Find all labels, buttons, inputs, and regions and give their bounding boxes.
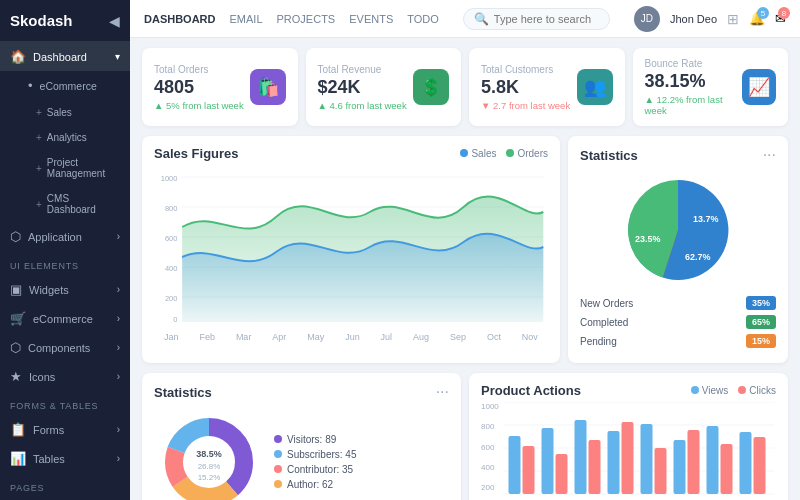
views-legend: Views [691,385,729,396]
completed-label: Completed [580,317,628,328]
sidebar-components-label: Components [28,342,90,354]
sales-chart-panel: Sales Figures Sales Orders [142,136,560,363]
svg-rect-38 [688,430,700,494]
tables-icon: 📊 [10,451,26,466]
forms-icon: 📋 [10,422,26,437]
sales-chart-title: Sales Figures [154,146,239,161]
new-orders-item: New Orders 35% [580,296,776,310]
sidebar-item-ecommerce2[interactable]: 🛒 eCommerce › [0,304,130,333]
subscribers-label: Subscribers: 45 [287,449,356,460]
topnav-right: JD Jhon Deo ⊞ 🔔 5 ✉ 8 [634,6,786,32]
svg-text:13.7%: 13.7% [693,214,719,224]
new-orders-label: New Orders [580,298,633,309]
nav-todo[interactable]: TODO [407,13,439,25]
avatar: JD [634,6,660,32]
revenue-label: Total Revenue [318,64,407,75]
statistics-items: New Orders 35% Completed 65% Pending 15% [580,296,776,348]
stats-bottom-header: Statistics ··· [154,383,449,401]
search-box[interactable]: 🔍 [463,8,610,30]
search-icon: 🔍 [474,12,489,26]
product-actions-title: Product Actions [481,383,581,398]
nav-email[interactable]: EMAIL [230,13,263,25]
subscribers-legend: Subscribers: 45 [274,449,356,460]
stat-cards-grid: Total Orders 4805 ▲ 5% from last week 🛍️… [142,48,788,126]
sidebar-item-dashboard[interactable]: 🏠 Dashboard ▾ [0,42,130,71]
chevron-right-icon-5: › [117,371,120,382]
pending-label: Pending [580,336,617,347]
completed-item: Completed 65% [580,315,776,329]
svg-text:1000: 1000 [161,174,178,183]
nav-events[interactable]: EVENTS [349,13,393,25]
grid-icon[interactable]: ⊞ [727,11,739,27]
bar-chart-svg [503,402,776,497]
sidebar: Skodash ◀ 🏠 Dashboard ▾ • eCommerce + Sa… [0,0,130,500]
svg-rect-32 [589,440,601,494]
subscribers-dot [274,450,282,458]
area-chart: 1000 800 600 400 200 0 [154,167,548,342]
svg-text:62.7%: 62.7% [685,252,711,262]
sidebar-item-application[interactable]: ⬡ Application › [0,222,130,251]
statistics-pie: 13.7% 23.5% 62.7% [580,170,776,290]
notification-bell[interactable]: 🔔 5 [749,11,765,26]
sidebar-item-project-management[interactable]: + Project Management [0,150,130,186]
stat-card-bounce: Bounce Rate 38.15% ▲ 12.2% from last wee… [633,48,789,126]
bar-y-labels: 1000800600400200 [481,402,499,492]
statistics-header: Statistics ··· [580,146,776,164]
stat-card-orders: Total Orders 4805 ▲ 5% from last week 🛍️ [142,48,298,126]
pie-chart-svg: 13.7% 23.5% 62.7% [613,170,743,290]
statistics-title: Statistics [580,148,638,163]
message-icon-badge[interactable]: ✉ 8 [775,11,786,26]
nav-projects[interactable]: PROJECTS [277,13,336,25]
chevron-right-icon: › [117,231,120,242]
svg-text:15.2%: 15.2% [198,473,221,482]
sidebar-item-analytics[interactable]: + Analytics [0,125,130,150]
icons-icon: ★ [10,369,22,384]
components-icon: ⬡ [10,340,21,355]
sidebar-tables-label: Tables [33,453,65,465]
sidebar-item-forms[interactable]: 📋 Forms › [0,415,130,444]
sidebar-item-cms[interactable]: + CMS Dashboard [0,186,130,222]
pending-item: Pending 15% [580,334,776,348]
stats-bottom-title: Statistics [154,385,212,400]
stats-bottom-inner: 38.5% 26.8% 15.2% Visitors: 89 Subscribe [154,407,449,500]
sidebar-toggle-icon[interactable]: ◀ [109,13,120,29]
orders-icon: 🛍️ [250,69,286,105]
sidebar-item-ecommerce[interactable]: • eCommerce [0,71,130,100]
statistics-more-button[interactable]: ··· [763,146,776,164]
bounce-label: Bounce Rate [645,58,742,69]
product-bar-chart: 1000800600400200 [481,402,776,500]
stats-bottom-more-button[interactable]: ··· [436,383,449,401]
sidebar-item-components[interactable]: ⬡ Components › [0,333,130,362]
customers-change: ▼ 2.7 from last week [481,100,570,111]
forms-section-label: FORMS & TABLES [0,391,130,415]
author-label: Author: 62 [287,479,333,490]
bounce-value: 38.15% [645,71,742,92]
nav-dashboard[interactable]: DASHBOARD [144,13,216,25]
customers-label: Total Customers [481,64,570,75]
product-actions-panel: Product Actions Views Clicks 10008006004… [469,373,788,500]
sidebar-cms-label: CMS Dashboard [47,193,120,215]
chevron-right-icon-3: › [117,313,120,324]
bounce-change: ▲ 12.2% from last week [645,94,742,116]
svg-text:200: 200 [165,294,178,303]
sidebar-sales-label: Sales [47,107,72,118]
sidebar-logo: Skodash ◀ [0,0,130,42]
completed-bar: 65% [746,315,776,329]
sidebar-dashboard-label: Dashboard [33,51,87,63]
sidebar-item-widgets[interactable]: ▣ Widgets › [0,275,130,304]
sidebar-item-icons[interactable]: ★ Icons › [0,362,130,391]
notification-count: 5 [757,7,769,19]
sidebar-item-sales[interactable]: + Sales [0,100,130,125]
sidebar-item-tables[interactable]: 📊 Tables › [0,444,130,473]
ecommerce-icon: • [28,78,33,93]
svg-rect-41 [740,432,752,494]
svg-text:23.5%: 23.5% [635,234,661,244]
svg-rect-29 [542,428,554,494]
chevron-right-icon-7: › [117,453,120,464]
statistics-top-panel: Statistics ··· [568,136,788,363]
search-input[interactable] [494,13,599,25]
project-icon: + [36,163,42,174]
donut-svg: 38.5% 26.8% 15.2% [154,407,264,500]
clicks-legend: Clicks [738,385,776,396]
stats-legend: Visitors: 89 Subscribers: 45 Contributor… [274,434,356,494]
